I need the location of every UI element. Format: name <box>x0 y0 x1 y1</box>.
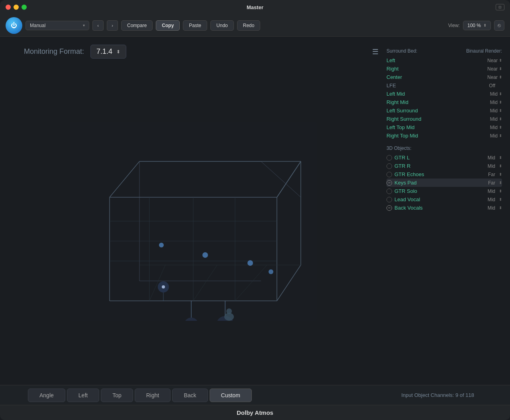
svg-point-45 <box>226 308 232 314</box>
channel-name: Right Top Mid <box>386 133 480 139</box>
object-name: GTR L <box>394 155 479 161</box>
object-value: Mid <box>481 197 495 202</box>
object-value: Mid <box>481 205 495 211</box>
object-icon <box>386 172 392 177</box>
svg-point-28 <box>162 285 165 289</box>
view-tab-list: AngleLeftTopRightBackCustom <box>28 389 252 402</box>
link-icon: ∞ <box>386 180 392 186</box>
channel-row: Right Surround Mid ⬍ <box>386 115 502 123</box>
channel-name: LFE <box>386 82 477 88</box>
binaural-value: Mid <box>480 133 498 139</box>
view-tabs: AngleLeftTopRightBackCustom Input Object… <box>0 385 510 405</box>
spinner-icon[interactable]: ⬍ <box>499 164 502 168</box>
spinner-icon[interactable]: ⬍ <box>499 125 502 130</box>
channel-row: Right Near ⬍ <box>386 65 502 73</box>
object-name: Back Vocals <box>394 205 479 211</box>
spinner-icon[interactable]: ⬍ <box>499 133 502 138</box>
channel-row: Center Near ⬍ <box>386 73 502 81</box>
visualizer-panel: Monitoring Format: 7.1.4 ⬍ ☰ <box>8 45 379 377</box>
link-button[interactable]: ⎋ <box>494 20 504 31</box>
view-tab-top[interactable]: Top <box>101 389 133 402</box>
spinner-icon[interactable]: ⬍ <box>499 58 502 63</box>
object-row: GTR Echoes Far ⬍ <box>386 170 502 179</box>
spinner-icon[interactable]: ⬍ <box>499 75 502 79</box>
undo-button[interactable]: Undo <box>210 20 234 31</box>
object-icon <box>386 163 392 169</box>
3d-cube-visualizer[interactable] <box>8 65 379 377</box>
minimize-button[interactable] <box>14 5 19 10</box>
spinner-icon[interactable]: ⬍ <box>499 197 502 202</box>
nav-forward-button[interactable]: › <box>107 20 118 31</box>
channel-row: Left Mid Mid ⬍ <box>386 90 502 98</box>
objects-header: 3D Objects: <box>386 144 502 153</box>
format-value: 7.1.4 <box>96 47 112 56</box>
object-name: Lead Vocal <box>394 196 479 202</box>
nav-back-button[interactable]: ‹ <box>92 20 104 31</box>
app-title: Dolby Atmos <box>237 409 273 416</box>
channel-row: Right Top Mid Mid ⬍ <box>386 131 502 140</box>
binaural-value: Mid <box>480 108 498 114</box>
spinner-icon[interactable]: ⬍ <box>499 181 502 185</box>
compare-button[interactable]: Compare <box>121 20 153 31</box>
object-row: ∞ Back Vocals Mid ⬍ <box>386 204 502 212</box>
spinner-icon[interactable]: ⬍ <box>499 155 502 160</box>
surround-bed-label: Surround Bed: <box>386 48 417 54</box>
view-tab-back[interactable]: Back <box>172 389 208 402</box>
manual-dropdown[interactable]: Manual ▾ <box>26 21 89 30</box>
svg-point-40 <box>202 252 208 258</box>
title-bar: Master ⊡ <box>0 0 510 14</box>
channel-name: Right Surround <box>386 116 480 122</box>
view-tab-custom[interactable]: Custom <box>210 389 252 402</box>
channel-row: Right Mid Mid ⬍ <box>386 98 502 106</box>
binaural-render-label: Binaural Render: <box>466 48 502 54</box>
window-title: Master <box>247 4 263 10</box>
main-content: Monitoring Format: 7.1.4 ⬍ ☰ <box>0 37 510 385</box>
spinner-icon[interactable]: ⬍ <box>499 92 502 96</box>
object-name: GTR R <box>394 163 479 169</box>
copy-button[interactable]: Copy <box>156 20 180 31</box>
cube-svg <box>70 122 317 321</box>
object-row: ∞ Keys Pad Far ⬍ <box>386 179 502 187</box>
spinner-icon[interactable]: ⬍ <box>499 67 502 71</box>
binaural-value: Mid <box>480 116 498 122</box>
object-value: Mid <box>481 163 495 169</box>
binaural-value: Near <box>480 58 498 63</box>
view-tab-angle[interactable]: Angle <box>28 389 65 402</box>
binaural-value: Near <box>480 75 498 80</box>
spinner-icon[interactable]: ⬍ <box>499 108 502 113</box>
channel-list: Left Near ⬍ Right Near ⬍ Center Near ⬍ L… <box>386 56 502 140</box>
format-selector[interactable]: 7.1.4 ⬍ <box>90 45 126 59</box>
spinner-icon[interactable]: ⬍ <box>499 206 502 210</box>
paste-button[interactable]: Paste <box>183 20 207 31</box>
manual-label: Manual <box>30 23 45 28</box>
monitoring-format-row: Monitoring Format: 7.1.4 ⬍ ☰ <box>8 45 379 59</box>
object-row: Lead Vocal Mid ⬍ <box>386 195 502 204</box>
maximize-button[interactable] <box>22 5 27 10</box>
svg-point-43 <box>159 243 164 247</box>
view-tab-right[interactable]: Right <box>135 389 171 402</box>
object-value: Mid <box>481 188 495 194</box>
object-row: GTR L Mid ⬍ <box>386 153 502 162</box>
toolbar: ⏻ Manual ▾ ‹ › Compare Copy Paste Undo R… <box>0 14 510 37</box>
redo-button[interactable]: Redo <box>237 20 261 31</box>
spinner-icon[interactable]: ⬍ <box>499 189 502 193</box>
spinner-icon[interactable]: ⬍ <box>499 117 502 121</box>
close-button[interactable] <box>6 5 11 10</box>
object-name: GTR Echoes <box>394 171 479 177</box>
power-button[interactable]: ⏻ <box>6 17 22 34</box>
view-zoom-control[interactable]: 100 % ⬍ <box>463 21 491 30</box>
view-tab-left[interactable]: Left <box>67 389 99 402</box>
binaural-value: Mid <box>480 125 498 130</box>
channel-name: Right Mid <box>386 99 480 105</box>
spinner-icon[interactable]: ⬍ <box>499 100 502 104</box>
binaural-value: Near <box>480 66 498 72</box>
spinner-icon[interactable]: ⬍ <box>499 172 502 177</box>
list-icon[interactable]: ☰ <box>372 47 379 56</box>
channel-name: Center <box>386 74 480 80</box>
channel-name: Left Surround <box>386 108 480 114</box>
monitoring-label: Monitoring Format: <box>24 47 84 56</box>
channel-section-header: Surround Bed: Binaural Render: <box>386 47 502 56</box>
object-row: GTR R Mid ⬍ <box>386 162 502 170</box>
object-value: Far <box>481 172 495 177</box>
expand-button[interactable]: ⊡ <box>496 4 504 10</box>
